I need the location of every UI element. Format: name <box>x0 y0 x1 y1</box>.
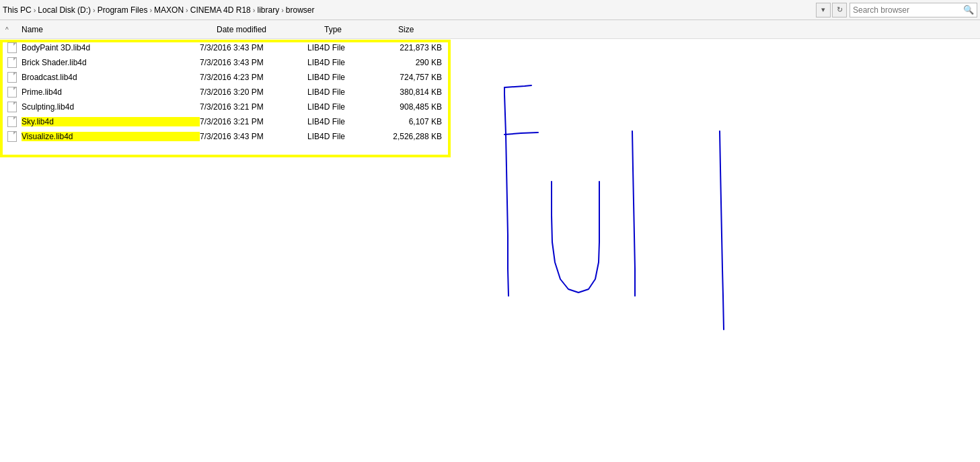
file-type: LIB4D File <box>307 87 381 97</box>
col-header-name[interactable]: Name <box>22 25 217 34</box>
col-header-date[interactable]: Date modified <box>217 25 324 34</box>
file-date: 7/3/2016 3:43 PM <box>200 43 307 52</box>
file-icon <box>5 102 19 112</box>
breadcrumb-sep-5: › <box>281 6 284 14</box>
col-header-size[interactable]: Size <box>398 25 472 34</box>
file-icon <box>5 57 19 68</box>
breadcrumb-sep-0: › <box>34 6 36 14</box>
file-size: 221,873 KB <box>381 43 455 52</box>
file-icon <box>5 72 19 83</box>
nav-buttons: ▾ ↻ <box>816 3 847 17</box>
column-headers: ^ Name Date modified Type Size <box>0 20 980 39</box>
breadcrumb-library[interactable]: library <box>257 5 279 15</box>
file-size: 380,814 KB <box>381 87 455 97</box>
search-icon[interactable]: 🔍 <box>963 5 974 15</box>
file-icon <box>5 87 19 98</box>
file-icon <box>5 116 19 127</box>
file-type: LIB4D File <box>307 43 381 52</box>
file-name: Sky.lib4d <box>22 117 200 126</box>
file-name: Visualize.lib4d <box>22 132 200 141</box>
breadcrumb-sep-3: › <box>186 6 188 14</box>
file-type: LIB4D File <box>307 58 381 67</box>
refresh-button[interactable]: ↻ <box>832 3 847 17</box>
table-row[interactable]: Visualize.lib4d7/3/2016 3:43 PMLIB4D Fil… <box>5 129 980 144</box>
breadcrumb-sep-2: › <box>149 6 152 14</box>
breadcrumb-programfiles[interactable]: Program Files <box>98 5 148 15</box>
breadcrumb-sep-4: › <box>253 6 256 14</box>
file-size: 908,485 KB <box>381 102 455 112</box>
file-date: 7/3/2016 3:43 PM <box>200 58 307 67</box>
table-row[interactable]: Prime.lib4d7/3/2016 3:20 PMLIB4D File380… <box>5 85 980 100</box>
breadcrumb-maxon[interactable]: MAXON <box>154 5 184 15</box>
file-type: LIB4D File <box>307 102 381 112</box>
breadcrumb: This PC › Local Disk (D:) › Program File… <box>3 5 816 15</box>
file-type: LIB4D File <box>307 117 381 126</box>
file-list: BodyPaint 3D.lib4d7/3/2016 3:43 PMLIB4D … <box>0 39 980 462</box>
breadcrumb-sep-1: › <box>93 6 96 14</box>
file-name: Prime.lib4d <box>22 87 200 97</box>
search-input[interactable] <box>853 5 963 15</box>
table-row[interactable]: Sculpting.lib4d7/3/2016 3:21 PMLIB4D Fil… <box>5 100 980 114</box>
file-name: BodyPaint 3D.lib4d <box>22 43 200 52</box>
file-date: 7/3/2016 3:21 PM <box>200 117 307 126</box>
file-size: 290 KB <box>381 58 455 67</box>
col-header-type[interactable]: Type <box>324 25 398 34</box>
file-type: LIB4D File <box>307 132 381 141</box>
table-row[interactable]: BodyPaint 3D.lib4d7/3/2016 3:43 PMLIB4D … <box>5 40 980 55</box>
sort-arrow-col: ^ <box>5 25 19 34</box>
table-row[interactable]: Sky.lib4d7/3/2016 3:21 PMLIB4D File6,107… <box>5 114 980 129</box>
file-size: 724,757 KB <box>381 73 455 82</box>
file-name: Sculpting.lib4d <box>22 102 200 112</box>
breadcrumb-thispc[interactable]: This PC <box>3 5 32 15</box>
file-date: 7/3/2016 3:21 PM <box>200 102 307 112</box>
file-icon <box>5 131 19 142</box>
breadcrumb-browser[interactable]: browser <box>286 5 315 15</box>
file-size: 6,107 KB <box>381 117 455 126</box>
breadcrumb-localdisk[interactable]: Local Disk (D:) <box>38 5 91 15</box>
file-size: 2,526,288 KB <box>381 132 455 141</box>
file-date: 7/3/2016 4:23 PM <box>200 73 307 82</box>
file-area: ^ Name Date modified Type Size BodyPaint… <box>0 20 980 462</box>
file-date: 7/3/2016 3:43 PM <box>200 132 307 141</box>
breadcrumb-cinema4dr18[interactable]: CINEMA 4D R18 <box>190 5 251 15</box>
table-row[interactable]: Broadcast.lib4d7/3/2016 4:23 PMLIB4D Fil… <box>5 70 980 85</box>
dropdown-button[interactable]: ▾ <box>816 3 831 17</box>
table-row[interactable]: Brick Shader.lib4d7/3/2016 3:43 PMLIB4D … <box>5 55 980 70</box>
file-icon <box>5 42 19 53</box>
file-name: Broadcast.lib4d <box>22 73 200 82</box>
file-date: 7/3/2016 3:20 PM <box>200 87 307 97</box>
file-type: LIB4D File <box>307 73 381 82</box>
search-box: 🔍 <box>850 3 977 17</box>
address-bar: This PC › Local Disk (D:) › Program File… <box>0 0 980 20</box>
file-name: Brick Shader.lib4d <box>22 58 200 67</box>
